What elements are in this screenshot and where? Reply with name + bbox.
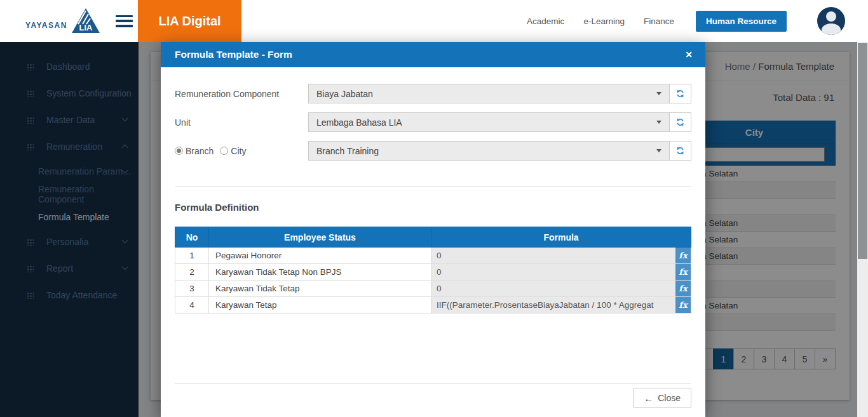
brand: YAYASAN LIA — [25, 0, 133, 42]
fx-editor-button[interactable]: fx — [675, 297, 691, 313]
nav-human-resource-button[interactable]: Human Resource — [696, 11, 787, 32]
field-branch-city: Branch City Branch Training — [175, 141, 691, 161]
select-value: Branch Training — [316, 146, 379, 156]
refresh-icon — [675, 117, 685, 127]
select-value: Lembaga Bahasa LIA — [316, 117, 402, 128]
divider — [175, 383, 691, 384]
nav-finance[interactable]: Finance — [644, 17, 674, 26]
row-no: 3 — [175, 281, 209, 297]
field-label: Remuneration Component — [175, 89, 308, 99]
lia-logo-icon: LIA — [71, 8, 100, 34]
row-no: 1 — [175, 248, 209, 264]
formula-value-field[interactable]: 0 — [431, 264, 675, 280]
radio-label: City — [231, 146, 246, 156]
app-window: YAYASAN LIA LIA Digital Academic e-Learn… — [0, 0, 868, 417]
unit-select[interactable]: Lembaga Bahasa LIA — [308, 112, 670, 132]
lia-logo-text: LIA — [79, 23, 93, 32]
row-status: Karyawan Tidak Tetap Non BPJS — [209, 264, 431, 281]
formula-value-field[interactable]: IIF((Parameter.ProsentaseBiayaJabatan / … — [431, 297, 675, 313]
branch-select[interactable]: Branch Training — [308, 141, 670, 161]
refresh-button[interactable] — [670, 112, 691, 132]
top-header: YAYASAN LIA LIA Digital Academic e-Learn… — [0, 0, 868, 42]
refresh-button[interactable] — [670, 141, 691, 161]
formula-row: 3 Karyawan Tidak Tetap 0 fx — [175, 281, 691, 297]
divider — [175, 186, 691, 187]
fx-editor-button[interactable]: fx — [675, 248, 691, 263]
col-header-formula: Formula — [431, 227, 691, 248]
col-header-no: No — [175, 227, 209, 248]
close-button[interactable]: ← Close — [633, 388, 691, 408]
formula-row: 1 Pegawai Honorer 0 fx — [175, 248, 691, 264]
field-label: Unit — [175, 117, 308, 128]
field-remuneration-component: Remuneration Component Biaya Jabatan — [175, 84, 691, 103]
formula-template-form-modal: Formula Template - Form ✕ Remuneration C… — [161, 42, 705, 417]
row-no: 4 — [175, 297, 209, 314]
app-title: LIA Digital — [158, 14, 220, 29]
formula-value-field[interactable]: 0 — [431, 248, 675, 263]
chevron-down-icon — [656, 149, 661, 152]
formula-definition-table: No Employee Status Formula 1 Pegawai Hon… — [175, 227, 691, 314]
close-icon[interactable]: ✕ — [685, 50, 693, 60]
select-value: Biaya Jabatan — [316, 89, 373, 99]
scrollbar-thumb[interactable] — [858, 43, 867, 259]
left-arrow-icon: ← — [644, 393, 653, 404]
formula-row: 4 Karyawan Tetap IIF((Parameter.Prosenta… — [175, 297, 691, 314]
user-avatar[interactable] — [817, 7, 845, 35]
row-status: Karyawan Tidak Tetap — [209, 281, 431, 297]
close-button-label: Close — [658, 393, 681, 403]
refresh-button[interactable] — [670, 84, 691, 103]
chevron-down-icon — [656, 121, 661, 124]
radio-option-city[interactable]: City — [220, 146, 246, 156]
field-unit: Unit Lembaga Bahasa LIA — [175, 112, 691, 132]
radio-option-branch[interactable]: Branch — [175, 146, 214, 156]
branch-city-radio-group: Branch City — [175, 146, 308, 156]
row-no: 2 — [175, 264, 209, 281]
fx-editor-button[interactable]: fx — [675, 264, 691, 280]
yayasan-label: YAYASAN — [25, 21, 67, 30]
chevron-down-icon — [656, 92, 661, 95]
modal-title: Formula Template - Form — [175, 49, 292, 60]
refresh-icon — [675, 146, 685, 156]
col-header-employee-status: Employee Status — [209, 227, 431, 248]
formula-row: 2 Karyawan Tidak Tetap Non BPJS 0 fx — [175, 264, 691, 281]
radio-label: Branch — [186, 146, 214, 156]
nav-academic[interactable]: Academic — [527, 17, 564, 26]
fx-editor-button[interactable]: fx — [675, 281, 691, 296]
nav-elearning[interactable]: e-Learning — [583, 17, 625, 26]
radio-checked-icon[interactable] — [175, 147, 183, 155]
modal-body: Remuneration Component Biaya Jabatan — [161, 84, 705, 408]
row-status: Karyawan Tetap — [209, 297, 431, 314]
refresh-icon — [675, 89, 685, 98]
top-nav: Academic e-Learning Finance Human Resour… — [527, 0, 857, 42]
radio-unchecked-icon[interactable] — [220, 147, 228, 155]
app-title-block: LIA Digital — [138, 0, 241, 42]
formula-definition-title: Formula Definition — [175, 202, 691, 213]
hamburger-menu-icon[interactable] — [116, 15, 133, 27]
remuneration-component-select[interactable]: Biaya Jabatan — [308, 84, 670, 103]
formula-value-field[interactable]: 0 — [431, 281, 675, 296]
row-status: Pegawai Honorer — [209, 248, 431, 264]
vertical-scrollbar[interactable] — [857, 0, 868, 417]
modal-header: Formula Template - Form ✕ — [161, 42, 705, 67]
